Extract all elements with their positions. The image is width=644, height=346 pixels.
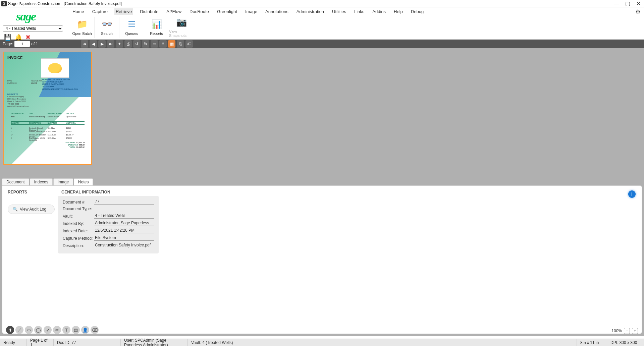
rect-tool-icon[interactable]: ▭ xyxy=(25,326,33,334)
zoom-value: 100% xyxy=(611,329,622,333)
close-icon[interactable]: ✕ xyxy=(636,1,641,6)
binoculars-icon: 👓 xyxy=(102,19,112,30)
header: sage 4 - Treated Wells 💾 🔔 ✖ Home Captur… xyxy=(0,7,644,40)
menu-apflow[interactable]: APFlow xyxy=(165,8,183,15)
menu-greenlight[interactable]: Greenlight xyxy=(216,8,238,15)
zoom-in-button[interactable]: + xyxy=(632,328,638,334)
close-red-icon[interactable]: ✖ xyxy=(25,34,31,41)
vault-select[interactable]: 4 - Treated Wells xyxy=(3,25,63,32)
reports-icon: 📊 xyxy=(151,19,162,30)
reports-heading: REPORTS xyxy=(8,190,55,194)
page-of: of 1 xyxy=(31,42,38,46)
page-label: Page: xyxy=(3,42,13,46)
menu-annotations[interactable]: Annotations xyxy=(264,8,290,15)
menu-image[interactable]: Image xyxy=(244,8,259,15)
line-tool-icon[interactable]: ／ xyxy=(15,326,23,334)
hardhat-image xyxy=(41,58,69,78)
brand-logo: sage xyxy=(16,9,64,23)
save-icon[interactable]: 💾 xyxy=(4,34,11,41)
ribbon: 📁Open Batch 👓Search ☰Queues 📊Reports 📷Vi… xyxy=(67,15,644,39)
tab-image[interactable]: Image xyxy=(53,178,73,185)
note-tool-icon[interactable]: ▤ xyxy=(72,326,80,334)
gear-icon[interactable]: ⚙ xyxy=(635,8,641,15)
reports-column: REPORTS 🔍 View Audit Log xyxy=(8,190,55,330)
detail-tabs: Document Indexes Image Notes xyxy=(2,178,642,185)
status-size: 8.5 x 11 in xyxy=(577,339,607,346)
tab-notes[interactable]: Notes xyxy=(74,178,93,185)
menu-debug[interactable]: Debug xyxy=(410,8,425,15)
menu-administration[interactable]: Administration xyxy=(295,8,325,15)
arrow-tool-icon[interactable]: ➶ xyxy=(44,326,52,334)
tag-icon[interactable]: 🏷 xyxy=(185,40,193,48)
ribbon-reports[interactable]: 📊Reports xyxy=(144,17,169,38)
page-input[interactable] xyxy=(14,41,30,47)
zoom-out-button[interactable]: − xyxy=(624,328,630,334)
menu-utilities[interactable]: Utilities xyxy=(331,8,347,15)
queue-icon: ☰ xyxy=(128,19,136,30)
info-icon[interactable]: i xyxy=(628,190,636,198)
zoom-controls: 100% − + xyxy=(611,328,638,334)
menu-help[interactable]: Help xyxy=(392,8,404,15)
camera-icon: 📷 xyxy=(176,17,187,27)
menu-capture[interactable]: Capture xyxy=(91,8,109,15)
ellipse-tool-icon[interactable]: ◯ xyxy=(34,326,42,334)
folder-icon: 📁 xyxy=(77,19,88,30)
page-toolbar: Page: of 1 ⏮ ◀ ▶ ⏭ ✈ 🖨 ↺ ↻ ▭ ⇪ ▦ ⎘ 🏷 xyxy=(0,40,644,48)
menu-home[interactable]: Home xyxy=(71,8,86,15)
ribbon-open-batch[interactable]: 📁Open Batch xyxy=(70,17,95,38)
annotation-toolbar: ⬆ ／ ▭ ◯ ➶ ✏ T ▤ 👤 ⌫ xyxy=(6,326,99,334)
status-vault: Vault: 4 (Treated Wells) xyxy=(188,339,577,346)
minimize-icon[interactable]: — xyxy=(614,1,619,6)
stamp-tool-icon[interactable]: 👤 xyxy=(81,326,89,334)
menu-docroute[interactable]: DocRoute xyxy=(188,8,210,15)
eraser-tool-icon[interactable]: ⌫ xyxy=(91,326,99,334)
gi-capture-method: File System xyxy=(94,235,154,241)
tab-document[interactable]: Document xyxy=(2,178,29,185)
bell-icon[interactable]: 🔔 xyxy=(15,34,22,41)
print-icon[interactable]: 🖨 xyxy=(124,40,132,48)
status-page: Page 1 of 1 xyxy=(27,339,54,346)
status-bar: Ready Page 1 of 1 Doc ID: 77 User: SPCAd… xyxy=(0,339,644,346)
title-bar: S Sage Paperless Construction - [Constru… xyxy=(0,0,644,7)
next-page-icon[interactable]: ▶ xyxy=(98,40,106,48)
ribbon-view-snapshots: 📷View Snapshots xyxy=(169,17,194,38)
menu-retrieve[interactable]: Retrieve xyxy=(114,8,133,15)
magnifier-icon: 🔍 xyxy=(13,207,18,212)
highlight-icon[interactable]: ▦ xyxy=(168,40,175,48)
page-doc-icon[interactable]: ▭ xyxy=(151,40,158,48)
tab-indexes[interactable]: Indexes xyxy=(30,178,53,185)
gi-description: Construction Safety Invoice.pdf xyxy=(94,243,154,248)
pointer-tool-icon[interactable]: ⬆ xyxy=(6,326,14,334)
attach-icon[interactable]: ⎘ xyxy=(177,40,184,48)
first-page-icon[interactable]: ⏮ xyxy=(81,40,88,48)
status-user: User: SPCAdmin (Sage Paperless Administr… xyxy=(121,339,188,346)
highlight-tool-icon[interactable]: ✏ xyxy=(53,326,61,334)
rotate-left-icon[interactable]: ↺ xyxy=(133,40,141,48)
general-info-heading: GENERAL INFORMATION xyxy=(61,190,162,194)
text-tool-icon[interactable]: T xyxy=(62,326,70,334)
menu-bar: Home Capture Retrieve Distribute APFlow … xyxy=(67,7,644,15)
export-icon[interactable]: ⇪ xyxy=(159,40,167,48)
menu-addins[interactable]: Addins xyxy=(371,8,387,15)
prev-page-icon[interactable]: ◀ xyxy=(90,40,97,48)
view-audit-log-button[interactable]: 🔍 View Audit Log xyxy=(8,205,55,214)
maximize-icon[interactable]: ▢ xyxy=(625,1,630,6)
app-icon: S xyxy=(1,1,7,6)
document-thumbnail[interactable]: INVOICE DATE 01/07/2020 INVOICE NO 12WQB… xyxy=(3,52,92,165)
menu-links[interactable]: Links xyxy=(353,8,366,15)
ribbon-queues[interactable]: ☰Queues xyxy=(119,17,144,38)
gi-document-number: 77 xyxy=(94,199,154,205)
gi-indexed-by: Administrator, Sage Paperless xyxy=(94,221,154,226)
send-icon[interactable]: ✈ xyxy=(116,40,123,48)
gi-document-type xyxy=(94,211,154,211)
last-page-icon[interactable]: ⏭ xyxy=(107,40,114,48)
document-viewer: INVOICE DATE 01/07/2020 INVOICE NO 12WQB… xyxy=(0,48,644,176)
rotate-right-icon[interactable]: ↻ xyxy=(142,40,149,48)
status-dpi: DPI: 300 x 300 xyxy=(607,339,644,346)
general-info-panel: Document #:77 Document Type: Vault:4 - T… xyxy=(58,196,159,253)
menu-distribute[interactable]: Distribute xyxy=(139,8,160,15)
ribbon-search[interactable]: 👓Search xyxy=(95,17,119,38)
status-docid: Doc ID: 77 xyxy=(54,339,121,346)
status-ready: Ready xyxy=(0,339,27,346)
logo-zone: sage 4 - Treated Wells 💾 🔔 ✖ xyxy=(0,7,67,39)
